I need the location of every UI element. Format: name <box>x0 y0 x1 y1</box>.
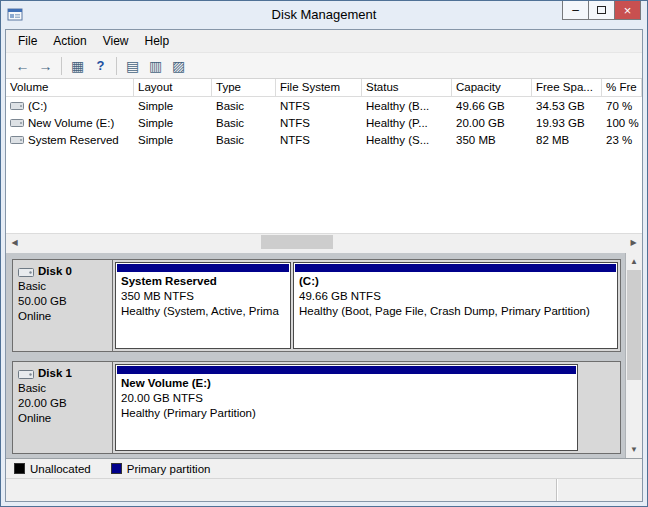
disk-icon <box>18 266 34 278</box>
volume-file-system: NTFS <box>276 100 362 112</box>
scroll-right-icon[interactable]: ▶ <box>625 234 642 250</box>
unallocated-swatch <box>14 463 25 474</box>
partition-status: Healthy (System, Active, Prima <box>121 304 285 319</box>
drive-icon <box>10 134 24 145</box>
toolbar-separator <box>116 57 117 75</box>
maximize-button[interactable] <box>588 1 615 20</box>
partition-system-reserved[interactable]: System Reserved 350 MB NTFS Healthy (Sys… <box>115 262 291 349</box>
volume-list: Volume Layout Type File System Status Ca… <box>6 79 642 233</box>
menu-action[interactable]: Action <box>45 31 94 51</box>
volume-capacity: 350 MB <box>452 134 532 146</box>
export-list-icon[interactable]: ▥ <box>144 55 167 77</box>
volume-name: System Reserved <box>28 134 119 146</box>
menu-view[interactable]: View <box>95 31 137 51</box>
disk-type: Basic <box>18 381 107 396</box>
forward-icon[interactable]: → <box>34 55 57 77</box>
volume-capacity: 49.66 GB <box>452 100 532 112</box>
partition-title: (C:) <box>299 274 612 289</box>
horizontal-scroll-thumb[interactable] <box>261 235 333 249</box>
graphical-view: Disk 0 Basic 50.00 GB Online System Rese… <box>6 253 642 458</box>
show-console-tree-icon[interactable]: ▦ <box>66 55 89 77</box>
volume-capacity: 20.00 GB <box>452 117 532 129</box>
status-bar-panel <box>556 479 642 501</box>
menubar: File Action View Help <box>6 30 642 52</box>
volume-name: New Volume (E:) <box>28 117 114 129</box>
partition-detail: 20.00 GB NTFS <box>121 391 572 406</box>
partition-color-band <box>117 366 576 374</box>
partition-color-band <box>295 264 616 272</box>
scroll-left-icon[interactable]: ◀ <box>6 234 23 250</box>
disk-row-disk0: Disk 0 Basic 50.00 GB Online System Rese… <box>12 259 621 352</box>
scroll-up-icon[interactable]: ▲ <box>626 253 642 270</box>
volume-status: Healthy (B... <box>362 100 452 112</box>
legend-unallocated: Unallocated <box>14 463 91 475</box>
column-header-status[interactable]: Status <box>362 79 452 96</box>
disk0-partitions: System Reserved 350 MB NTFS Healthy (Sys… <box>113 260 620 351</box>
disk-area: Disk 0 Basic 50.00 GB Online System Rese… <box>6 253 625 458</box>
column-header-type[interactable]: Type <box>212 79 276 96</box>
toolbar: ← → ▦ ? ▤ ▥ ▨ <box>6 52 642 79</box>
vertical-scrollbar[interactable]: ▲ ▼ <box>625 253 642 458</box>
disk-icon <box>18 368 34 380</box>
close-glyph: × <box>624 4 632 17</box>
disk-type: Basic <box>18 279 107 294</box>
disk-row-disk1: Disk 1 Basic 20.00 GB Online New Volume … <box>12 361 621 454</box>
status-bar <box>6 478 642 501</box>
volume-type: Basic <box>212 100 276 112</box>
volume-type: Basic <box>212 117 276 129</box>
help-icon[interactable]: ? <box>89 55 112 77</box>
partition-color-band <box>117 264 289 272</box>
horizontal-scrollbar[interactable]: ◀ ▶ <box>6 233 642 250</box>
volume-free-space: 82 MB <box>532 134 602 146</box>
primary-partition-swatch <box>111 463 122 474</box>
partition-new-volume-e[interactable]: New Volume (E:) 20.00 GB NTFS Healthy (P… <box>115 364 578 451</box>
volume-free-space: 19.93 GB <box>532 117 602 129</box>
partition-detail: 350 MB NTFS <box>121 289 285 304</box>
close-button[interactable]: × <box>614 1 641 20</box>
disk1-info-panel[interactable]: Disk 1 Basic 20.00 GB Online <box>13 362 113 453</box>
partition-title: System Reserved <box>121 274 285 289</box>
disk-size: 20.00 GB <box>18 396 107 411</box>
column-header-capacity[interactable]: Capacity <box>452 79 532 96</box>
window-title: Disk Management <box>1 7 647 22</box>
partition-c[interactable]: (C:) 49.66 GB NTFS Healthy (Boot, Page F… <box>293 262 618 349</box>
back-icon[interactable]: ← <box>11 55 34 77</box>
minimize-button[interactable]: – <box>562 1 589 20</box>
table-row[interactable]: New Volume (E:) Simple Basic NTFS Health… <box>6 114 642 131</box>
table-row[interactable]: (C:) Simple Basic NTFS Healthy (B... 49.… <box>6 97 642 114</box>
disk-options-icon[interactable]: ▨ <box>167 55 190 77</box>
show-action-pane-icon[interactable]: ▤ <box>121 55 144 77</box>
vertical-scroll-thumb[interactable] <box>627 270 641 380</box>
table-row[interactable]: System Reserved Simple Basic NTFS Health… <box>6 131 642 148</box>
volume-list-header: Volume Layout Type File System Status Ca… <box>6 79 642 97</box>
drive-icon <box>10 117 24 128</box>
legend-bar: Unallocated Primary partition <box>6 458 642 478</box>
titlebar[interactable]: Disk Management – × <box>1 1 647 29</box>
app-icon <box>7 7 23 23</box>
menu-help[interactable]: Help <box>137 31 178 51</box>
disk-name: Disk 0 <box>38 264 72 279</box>
column-header-free-space[interactable]: Free Spa... <box>532 79 602 96</box>
column-header-file-system[interactable]: File System <box>276 79 362 96</box>
column-header-layout[interactable]: Layout <box>134 79 212 96</box>
column-header-volume[interactable]: Volume <box>6 79 134 96</box>
volume-type: Basic <box>212 134 276 146</box>
scroll-down-icon[interactable]: ▼ <box>626 441 642 458</box>
column-header-percent-free[interactable]: % Fre <box>602 79 642 96</box>
volume-percent-free: 23 % <box>602 134 642 146</box>
disk-status: Online <box>18 309 107 324</box>
minimize-glyph: – <box>572 4 579 16</box>
menu-file[interactable]: File <box>10 31 45 51</box>
disk1-partitions: New Volume (E:) 20.00 GB NTFS Healthy (P… <box>113 362 620 453</box>
client-area: File Action View Help ← → ▦ ? ▤ ▥ ▨ Volu… <box>5 29 643 502</box>
volume-status: Healthy (P... <box>362 117 452 129</box>
volume-name: (C:) <box>28 100 47 112</box>
partition-status: Healthy (Boot, Page File, Crash Dump, Pr… <box>299 304 612 319</box>
volume-file-system: NTFS <box>276 117 362 129</box>
volume-file-system: NTFS <box>276 134 362 146</box>
disk0-info-panel[interactable]: Disk 0 Basic 50.00 GB Online <box>13 260 113 351</box>
disk-management-window: Disk Management – × File Action View Hel… <box>0 0 648 507</box>
volume-layout: Simple <box>134 117 212 129</box>
disk-name: Disk 1 <box>38 366 72 381</box>
volume-free-space: 34.53 GB <box>532 100 602 112</box>
